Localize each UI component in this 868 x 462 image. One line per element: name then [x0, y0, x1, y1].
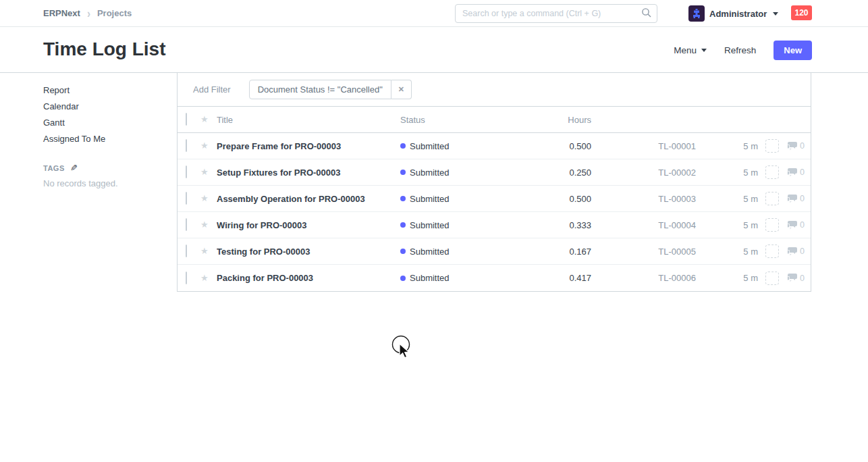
comment-indicator[interactable]: 0	[786, 141, 805, 151]
status-badge: Submitted	[400, 141, 515, 151]
assignee-placeholder[interactable]	[765, 165, 779, 179]
star-icon[interactable]: ★	[200, 141, 210, 151]
avatar	[688, 5, 705, 22]
row-title[interactable]: Setup Fixtures for PRO-00003	[217, 168, 400, 178]
status-label: Submitted	[410, 194, 450, 204]
refresh-button[interactable]: Refresh	[724, 45, 756, 55]
row-checkbox[interactable]	[186, 165, 187, 178]
comment-indicator[interactable]: 0	[786, 220, 805, 230]
comment-indicator[interactable]: 0	[786, 194, 805, 203]
sidebar-item-gantt[interactable]: Gantt	[43, 115, 158, 131]
row-title[interactable]: Wiring for PRO-00003	[217, 220, 400, 230]
row-title[interactable]: Testing for PRO-00003	[217, 247, 400, 257]
row-title[interactable]: Assembly Operation for PRO-00003	[217, 194, 400, 204]
comment-icon	[786, 195, 797, 203]
star-icon[interactable]: ★	[200, 274, 210, 283]
assignee-placeholder[interactable]	[765, 139, 779, 153]
comment-icon	[786, 247, 797, 256]
star-icon[interactable]: ★	[200, 220, 210, 230]
row-title[interactable]: Prepare Frame for PRO-00003	[217, 141, 400, 151]
mouse-cursor	[390, 334, 418, 367]
row-checkbox[interactable]	[186, 272, 187, 284]
breadcrumb-projects[interactable]: Projects	[97, 8, 132, 18]
status-badge: Submitted	[400, 273, 515, 283]
comment-indicator[interactable]: 0	[786, 247, 805, 256]
record-id-link[interactable]: TL-00005	[591, 247, 696, 257]
user-name: Administrator	[709, 9, 767, 19]
hours-value: 0.250	[515, 168, 591, 178]
list-sidebar: Report Calendar Gantt Assigned To Me TAG…	[43, 82, 158, 188]
table-row: ★ Testing for PRO-00003 Submitted 0.167 …	[178, 238, 811, 265]
row-checkbox[interactable]	[186, 245, 187, 257]
assignee-placeholder[interactable]	[765, 272, 779, 285]
hours-value: 0.417	[515, 273, 591, 283]
navbar: ERPNext › Projects Administ	[0, 0, 868, 27]
comment-count: 0	[800, 168, 805, 177]
assignee-placeholder[interactable]	[765, 192, 779, 205]
comment-count: 0	[800, 247, 805, 256]
user-menu[interactable]: Administrator	[688, 0, 778, 27]
row-checkbox[interactable]	[186, 218, 187, 231]
row-checkbox[interactable]	[186, 192, 187, 205]
hours-value: 0.333	[515, 220, 591, 230]
star-icon[interactable]: ★	[200, 247, 210, 256]
status-label: Submitted	[410, 273, 450, 283]
column-header-hours: Hours	[515, 115, 591, 125]
page-head: Time Log List Menu Refresh New	[0, 28, 868, 73]
search-icon[interactable]	[641, 7, 652, 21]
comment-indicator[interactable]: 0	[786, 274, 805, 283]
list-header-row: ★ Title Status Hours	[178, 107, 811, 133]
row-checkbox[interactable]	[186, 139, 187, 152]
comment-icon	[786, 221, 797, 230]
edit-pencil-icon[interactable]: ✎	[70, 163, 78, 173]
record-id-link[interactable]: TL-00004	[591, 220, 696, 230]
brand-erpnext[interactable]: ERPNext	[43, 8, 80, 18]
modified-ago: 5 m	[696, 194, 758, 204]
record-id-link[interactable]: TL-00006	[591, 273, 696, 283]
remove-filter-icon[interactable]: ✕	[391, 80, 412, 99]
list-container: Add Filter Document Status != "Cancelled…	[177, 73, 811, 292]
status-dot-icon	[400, 249, 406, 254]
status-dot-icon	[400, 196, 406, 201]
record-id-link[interactable]: TL-00002	[591, 168, 696, 178]
new-button[interactable]: New	[774, 41, 812, 60]
star-icon[interactable]: ★	[200, 168, 210, 177]
menu-button-label: Menu	[674, 45, 697, 55]
star-icon[interactable]: ★	[200, 194, 210, 203]
comment-count: 0	[800, 220, 805, 230]
sidebar-item-report[interactable]: Report	[43, 82, 158, 99]
status-dot-icon	[400, 276, 406, 281]
modified-ago: 5 m	[696, 168, 758, 178]
select-all-checkbox[interactable]	[186, 113, 187, 126]
filter-area: Add Filter Document Status != "Cancelled…	[178, 73, 811, 107]
record-id-link[interactable]: TL-00003	[591, 194, 696, 204]
comment-count: 0	[800, 141, 805, 151]
modified-ago: 5 m	[696, 141, 758, 151]
comment-count: 0	[800, 194, 805, 203]
status-badge: Submitted	[400, 247, 515, 257]
tags-heading: TAGS	[43, 164, 65, 172]
sidebar-item-calendar[interactable]: Calendar	[43, 99, 158, 115]
modified-ago: 5 m	[696, 247, 758, 257]
hours-value: 0.167	[515, 247, 591, 257]
comment-icon	[786, 274, 797, 282]
comment-indicator[interactable]: 0	[786, 168, 805, 177]
table-row: ★ Wiring for PRO-00003 Submitted 0.333 T…	[178, 212, 811, 238]
breadcrumb: ERPNext › Projects	[43, 7, 132, 19]
row-title[interactable]: Packing for PRO-00003	[217, 273, 400, 283]
chevron-down-icon	[773, 12, 778, 16]
status-badge: Submitted	[400, 220, 515, 230]
assignee-placeholder[interactable]	[765, 245, 779, 258]
sidebar-item-assigned-to-me[interactable]: Assigned To Me	[43, 131, 158, 147]
star-icon[interactable]: ★	[200, 115, 210, 124]
record-id-link[interactable]: TL-00001	[591, 141, 696, 151]
menu-button[interactable]: Menu	[674, 45, 707, 55]
search-input[interactable]	[455, 4, 657, 23]
assignee-placeholder[interactable]	[765, 218, 779, 232]
filter-chip-label[interactable]: Document Status != "Cancelled"	[249, 80, 391, 99]
active-filter-chip: Document Status != "Cancelled" ✕	[249, 80, 412, 99]
add-filter-button[interactable]: Add Filter	[193, 84, 231, 95]
hours-value: 0.500	[515, 194, 591, 204]
notification-badge[interactable]: 120	[791, 5, 812, 20]
table-row: ★ Packing for PRO-00003 Submitted 0.417 …	[178, 265, 811, 291]
